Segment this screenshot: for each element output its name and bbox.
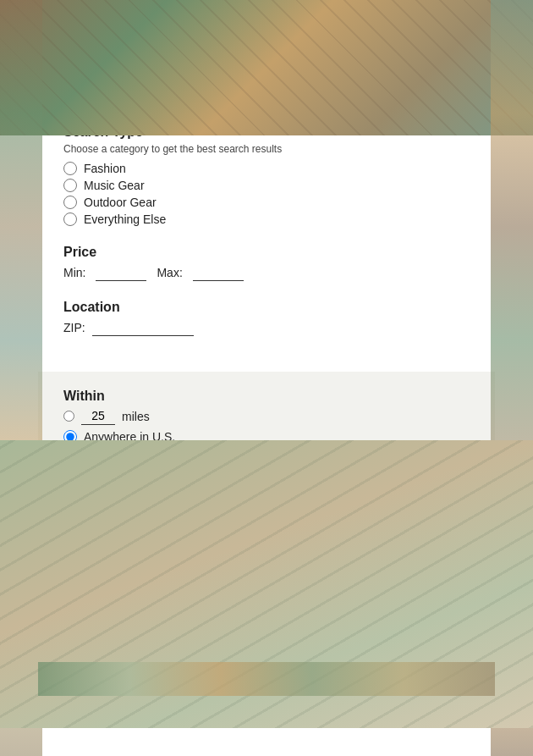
page-wrapper: What are you looking for? Search Type Ch… xyxy=(0,0,533,756)
location-group: Location ZIP: xyxy=(63,300,470,336)
within-group: Within miles Anywhere in U.S. xyxy=(63,389,470,444)
within-label: Within xyxy=(63,389,470,404)
bottom-decorative-strip xyxy=(38,662,495,696)
price-label: Price xyxy=(63,245,470,260)
zip-input[interactable] xyxy=(92,318,194,336)
search-type-sublabel: Choose a category to get the best search… xyxy=(63,143,470,155)
bg-top-strip xyxy=(0,0,533,135)
radio-outdoor-gear-label: Outdoor Gear xyxy=(84,196,157,209)
price-min-input[interactable] xyxy=(96,263,146,281)
radio-everything-else-label: Everything Else xyxy=(84,212,166,226)
location-row: ZIP: xyxy=(63,318,470,336)
price-group: Price Min: Max: xyxy=(63,245,470,281)
within-miles-row: miles xyxy=(63,407,470,425)
price-min-label: Min: xyxy=(63,266,85,279)
form-section-1: Search Type Choose a category to get the… xyxy=(38,108,495,372)
radio-fashion-label: Fashion xyxy=(84,162,126,175)
radio-everything-else-input[interactable] xyxy=(63,212,77,226)
location-label: Location xyxy=(63,300,470,315)
radio-outdoor-gear-input[interactable] xyxy=(63,196,77,209)
radio-fashion-input[interactable] xyxy=(63,162,77,175)
within-miles-radio[interactable] xyxy=(63,411,74,422)
radio-music-gear-label: Music Gear xyxy=(84,179,145,192)
radio-music-gear-input[interactable] xyxy=(63,179,77,192)
radio-fashion[interactable]: Fashion xyxy=(63,162,470,175)
price-max-label: Max: xyxy=(157,266,182,279)
radio-outdoor-gear[interactable]: Outdoor Gear xyxy=(63,196,470,209)
zip-label: ZIP: xyxy=(63,321,85,334)
search-type-group: Search Type Choose a category to get the… xyxy=(63,124,470,226)
radio-everything-else[interactable]: Everything Else xyxy=(63,212,470,226)
within-miles-input[interactable] xyxy=(81,407,115,425)
within-miles-label: miles xyxy=(122,410,150,423)
price-max-input[interactable] xyxy=(193,263,244,281)
price-row: Min: Max: xyxy=(63,263,470,281)
radio-music-gear[interactable]: Music Gear xyxy=(63,179,470,192)
